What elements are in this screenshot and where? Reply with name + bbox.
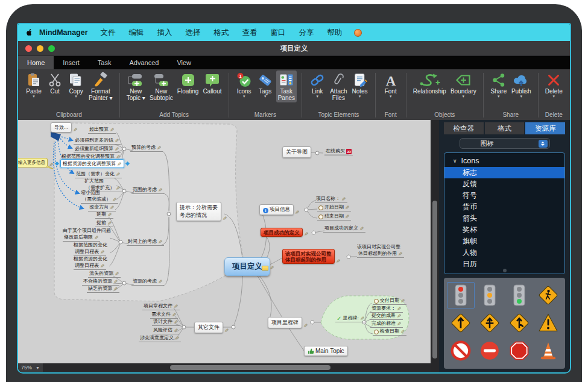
tags-button[interactable]: Tags▾	[255, 70, 276, 99]
note-pencil-icon[interactable]: ✎	[400, 330, 405, 334]
menu-item-1[interactable]: 编辑	[122, 28, 151, 38]
sidebar-tab-资源库[interactable]: 资源库	[525, 122, 565, 134]
vertical-scrollbar[interactable]	[432, 201, 437, 359]
delete-button[interactable]: Delete▾	[543, 70, 564, 99]
topic-gjfw2[interactable]: 根据范围的变化调整日程表✎	[74, 242, 107, 256]
topic-mingcheng[interactable]: 项目名称：✎	[315, 195, 347, 203]
menu-item-5[interactable]: 查看	[236, 28, 264, 38]
topic-szmyd[interactable]: 涉众满意度定义✎	[139, 334, 181, 342]
topic-lcb-box[interactable]: 项目里程碑✎	[268, 317, 308, 328]
tab-insert[interactable]: Insert	[54, 56, 89, 69]
menu-item-3[interactable]: 选择	[179, 28, 207, 38]
tab-home[interactable]: Home	[18, 56, 54, 69]
share-button[interactable]: Share▾	[488, 70, 509, 99]
menu-item-0[interactable]: 文件	[94, 28, 122, 38]
pedestrian-crossing-sign-icon[interactable]	[534, 282, 562, 308]
task-panes-button[interactable]: TaskPanes	[276, 70, 297, 102]
note-pencil-icon[interactable]: ✎	[115, 147, 119, 152]
note-pencil-icon[interactable]: ✎	[223, 216, 227, 221]
topic-suoxiao[interactable]: 缩小范围（需求缩减）✎	[81, 189, 118, 204]
boundary-button[interactable]: Boundary▾	[449, 70, 478, 99]
library-item-标志[interactable]: 标志	[444, 167, 564, 178]
topic-chaochu[interactable]: 超出预算✎	[88, 126, 116, 134]
note-pencil-icon[interactable]: ✎	[113, 287, 118, 292]
relationship-button[interactable]: Relationship	[411, 70, 448, 96]
topic-callout[interactable]: 输入更多信息✎	[18, 158, 54, 168]
tab-task[interactable]: Task	[89, 56, 121, 69]
topic-tiqian[interactable]: 提前✎	[95, 219, 113, 227]
topic-liushi[interactable]: 流失的资源✎	[88, 270, 121, 278]
topic-daozhi[interactable]: 导致...✎	[51, 122, 77, 133]
topic-guanyu[interactable]: 关于导图	[282, 146, 311, 158]
topic-sel[interactable]: 根据资源的变化调整预算✎	[60, 159, 124, 168]
topic-cg-box[interactable]: 项目成功的定义✎	[261, 228, 308, 237]
note-pencil-icon[interactable]: ✎	[224, 328, 229, 333]
intersection-sign-icon[interactable]	[476, 310, 504, 336]
paste-button[interactable]: Paste▾	[24, 70, 44, 99]
topic-tijiao[interactable]: 提交的成果✎	[370, 312, 403, 320]
note-pencil-icon[interactable]: ✎	[341, 197, 346, 202]
new-subtopic-button[interactable]: NewSubtopic	[148, 70, 175, 102]
topic-zykl[interactable]: 资源的考虑✎	[131, 278, 164, 286]
topic-gai-text[interactable]: 该项目对实现公司整体目标起到的作用✎	[357, 243, 404, 258]
topic-sjkl[interactable]: 时间上的考虑✎	[127, 238, 164, 246]
note-pencil-icon[interactable]: ✎	[400, 299, 405, 304]
vertical-scrollbar-track[interactable]	[431, 120, 439, 372]
topic-jieshu[interactable]: 结束日期✎	[317, 213, 351, 221]
library-type-dropdown[interactable]: 图标	[460, 138, 550, 149]
cut-button[interactable]: Cut	[45, 70, 65, 96]
note-pencil-icon[interactable]: ✎	[157, 146, 162, 151]
note-pencil-icon[interactable]: ✎	[336, 259, 341, 264]
note-pencil-icon[interactable]: ✎	[117, 162, 122, 167]
floating-button[interactable]: Floating	[175, 70, 201, 96]
note-pencil-icon[interactable]: ✎	[116, 172, 121, 177]
topic-fwkl[interactable]: 范围的考虑✎	[131, 186, 164, 194]
notes-icon[interactable]	[262, 266, 268, 271]
new-topic-button[interactable]: NewTopic ▾	[125, 70, 147, 102]
merge-sign-icon[interactable]	[505, 310, 533, 336]
topic-zaixian[interactable]: 在线购买JD	[324, 148, 353, 155]
traffic-light-green-icon[interactable]	[505, 282, 533, 308]
topic-fxpg[interactable]: 风险评估✎	[152, 327, 180, 334]
jd-store-icon[interactable]: JD	[346, 149, 352, 154]
do-not-enter-sign-icon[interactable]	[476, 337, 504, 364]
note-pencil-icon[interactable]: ✎	[359, 227, 364, 231]
note-pencil-icon[interactable]: ✎	[100, 264, 105, 269]
topic-gjzy2[interactable]: 根据资源的变化调整日程表✎	[74, 255, 107, 270]
note-pencil-icon[interactable]: ✎	[304, 232, 309, 237]
topic-kaishi[interactable]: 开始日期✎	[317, 204, 351, 211]
note-pencil-icon[interactable]: ✎	[115, 272, 119, 277]
zoom-dropdown-icon[interactable]: ▼	[36, 366, 40, 370]
note-pencil-icon[interactable]: ✎	[174, 328, 179, 333]
library-item-人物[interactable]: 人物	[444, 247, 564, 258]
horizontal-scrollbar[interactable]	[170, 365, 330, 370]
note-pencil-icon[interactable]: ✎	[94, 236, 99, 240]
note-pencil-icon[interactable]: ✎	[397, 307, 402, 312]
topic-lcb[interactable]: ✓里程碑:✎	[335, 315, 365, 322]
topic-center-icons[interactable]: ✎	[262, 266, 274, 271]
menu-item-2[interactable]: 插入	[151, 28, 179, 38]
topic-sjwj[interactable]: 设计文件✎	[152, 318, 180, 326]
note-pencil-icon[interactable]: ✎	[115, 139, 119, 143]
dropdown-stepper-icon[interactable]	[539, 140, 548, 148]
traffic-light-red-icon[interactable]	[447, 282, 475, 308]
tab-advanced[interactable]: Advanced	[120, 56, 168, 69]
topic-youyu[interactable]: 由于某个项目组件问题修改最后期限✎	[63, 227, 111, 242]
publish-button[interactable]: Publish▾	[510, 70, 533, 99]
topic-bixu2[interactable]: 必须重新组织预算✎	[74, 145, 121, 153]
no-entry-sign-icon[interactable]	[447, 337, 475, 364]
menu-item-7[interactable]: 分享	[292, 28, 321, 38]
topic-zhangcheng[interactable]: 项目章程文件✎	[142, 302, 180, 310]
note-pencil-icon[interactable]: ✎	[112, 198, 117, 202]
note-pencil-icon[interactable]: ✎	[100, 250, 105, 255]
topic-tishi[interactable]: 提示：分析需要考虑的情况✎	[176, 202, 227, 221]
arrow-up-sign-icon[interactable]	[447, 310, 475, 336]
topic-yanqi[interactable]: 延期✎	[95, 211, 113, 219]
traffic-light-yellow-icon[interactable]	[476, 282, 504, 308]
topic-maintopic[interactable]: Main Topic	[304, 346, 348, 356]
note-pencil-icon[interactable]: ✎	[174, 304, 179, 309]
icons-button[interactable]: 1Icons▾	[234, 70, 254, 99]
topic-cg-text[interactable]: 项目成功的定义✎	[323, 225, 365, 233]
note-pencil-icon[interactable]: ✎	[270, 266, 274, 271]
topic-quefa[interactable]: 缺乏的资源✎	[87, 285, 119, 293]
